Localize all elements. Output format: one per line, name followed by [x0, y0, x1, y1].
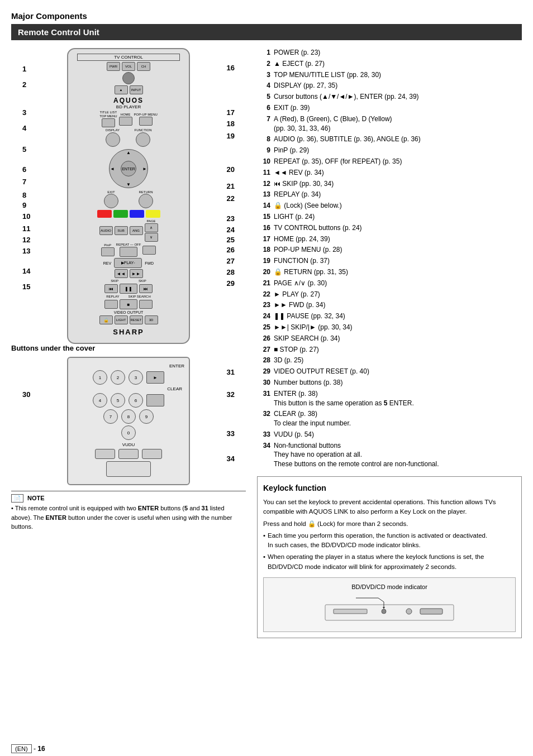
list-item: 11◄◄ REV (p. 34)	[257, 168, 522, 178]
page-up-btn[interactable]: ∧	[145, 223, 158, 232]
label-33: 33	[227, 429, 235, 438]
page-header: Major Components	[11, 11, 522, 21]
3d-btn[interactable]: 3D	[145, 315, 158, 324]
audio-btn[interactable]: AUDIO	[99, 226, 113, 235]
label-15: 15	[22, 283, 30, 291]
return-btn[interactable]	[139, 194, 153, 208]
popup-menu-btn[interactable]	[139, 117, 153, 126]
page-number: (EN) - 16	[11, 745, 45, 753]
list-item: 22► PLAY (p. 27)	[257, 290, 522, 299]
num-8-btn[interactable]: 8	[121, 409, 136, 424]
keylock-bullet-1: • Each time you perform this operation, …	[263, 531, 516, 551]
num-0-btn[interactable]: 0	[121, 425, 136, 440]
home-label: HOME	[121, 113, 131, 116]
label-23: 23	[227, 214, 235, 223]
label-12: 12	[22, 236, 30, 244]
power-main-btn[interactable]	[122, 72, 135, 84]
list-item: 7A (Red), B (Green), C (Blue), D (Yellow…	[257, 114, 522, 133]
clear-label: CLEAR	[73, 386, 184, 391]
rev-btn[interactable]: ◄◄	[115, 269, 128, 278]
lock-btn[interactable]: 🔒	[99, 315, 113, 324]
keylock-desc: You can set the keylock to prevent accid…	[263, 497, 516, 517]
list-item: 283D (p. 25)	[257, 356, 522, 365]
display-btn[interactable]	[106, 132, 120, 147]
note-text: • This remote control unit is equipped w…	[11, 504, 246, 532]
label-30: 30	[22, 390, 30, 399]
b-green-btn[interactable]	[113, 210, 128, 218]
clear-btn[interactable]	[146, 394, 164, 406]
fwd-btn[interactable]: ►►	[130, 269, 143, 278]
under-cover-title: Buttons under the cover	[11, 344, 246, 352]
svg-point-3	[406, 609, 412, 614]
list-item: 3TOP MENU/TITLE LIST (pp. 28, 30)	[257, 70, 522, 80]
label-7: 7	[22, 178, 26, 186]
home-btn[interactable]	[119, 117, 132, 126]
label-32: 32	[227, 390, 235, 399]
label-16: 16	[227, 64, 235, 72]
title-list-label: TITLE LIST	[100, 111, 117, 114]
c-blue-btn[interactable]	[130, 210, 144, 218]
cover-diagram: ENTER 1 2 3 ► CLEAR 4 5 6	[67, 357, 190, 485]
replay-btn[interactable]	[104, 300, 118, 309]
list-item: 32CLEAR (p. 38)To clear the input number…	[257, 409, 522, 428]
stop-btn[interactable]: ■	[120, 299, 137, 309]
video-output-btn[interactable]: RESET	[130, 315, 143, 324]
num-2-btn[interactable]: 2	[111, 370, 125, 385]
power-btn[interactable]: PWR	[107, 62, 120, 71]
repeat-btn[interactable]	[120, 247, 137, 257]
list-item: 27■ STOP (p. 27)	[257, 345, 522, 355]
page-dn-btn[interactable]: ∨	[145, 233, 158, 242]
num-6-btn[interactable]: 6	[129, 393, 143, 408]
function-btn[interactable]	[136, 132, 150, 147]
label-2: 2	[22, 80, 26, 89]
num-9-btn[interactable]: 9	[139, 409, 154, 424]
list-item: 2▲ EJECT (p. 27)	[257, 59, 522, 69]
play-btn[interactable]: ▶PLAY◦	[114, 258, 142, 268]
skip-back-btn[interactable]: ⏮	[104, 284, 118, 293]
svg-line-7	[378, 598, 384, 602]
list-item: 24❚❚ PAUSE (pp. 32, 34)	[257, 312, 522, 321]
enter-cover-btn[interactable]: ►	[146, 371, 164, 384]
num-5-btn[interactable]: 5	[111, 393, 125, 408]
remote-diagram: 1 2 3 4 5 6 7 8 9 10 11 12 13 14 15 TV C…	[22, 48, 235, 338]
tv-control-label: TV CONTROL	[77, 54, 180, 61]
bd-player-label: BD PLAYER	[72, 104, 185, 109]
vol-btn[interactable]: VOL	[122, 62, 135, 71]
list-item: 33VUDU (p. 54)	[257, 430, 522, 439]
a-red-btn[interactable]	[97, 210, 112, 218]
skip-search-btn[interactable]	[139, 300, 153, 309]
video-output-label: VIDEO OUTPUT	[72, 310, 185, 314]
pause-btn[interactable]: ❚❚	[120, 284, 137, 294]
label-8: 8	[22, 191, 26, 199]
ch-btn[interactable]: CH	[137, 62, 150, 71]
enter-btn[interactable]: ENTER	[121, 161, 136, 176]
angle-btn[interactable]: ANG	[130, 226, 143, 235]
non-func-btn-1	[95, 449, 115, 459]
num-4-btn[interactable]: 4	[93, 393, 107, 408]
off-btn[interactable]	[142, 246, 156, 255]
list-item: 29VIDEO OUTPUT RESET (p. 40)	[257, 367, 522, 376]
num-7-btn[interactable]: 7	[103, 409, 118, 424]
bd-indicator-label: BD/DVD/CD mode indicator	[268, 582, 511, 592]
svg-rect-4	[420, 609, 442, 614]
list-item: 9PinP (p. 29)	[257, 146, 522, 155]
skip-fwd-btn[interactable]: ⏭	[139, 284, 153, 293]
non-func-large-btn	[106, 461, 151, 477]
d-yellow-btn[interactable]	[146, 210, 160, 218]
list-item: 25►►| SKIP/|► (pp. 30, 34)	[257, 323, 522, 332]
enter-cover-label: ENTER	[73, 363, 184, 369]
eject-btn[interactable]: ▲	[115, 85, 128, 94]
subtitle-btn[interactable]: SUB	[115, 226, 128, 235]
input-btn[interactable]: INPUT	[130, 85, 143, 94]
label-24: 24	[227, 226, 235, 234]
light-btn[interactable]: LIGHT	[115, 315, 128, 324]
title-list-btn[interactable]	[102, 118, 115, 127]
svg-point-2	[382, 609, 386, 614]
num-1-btn[interactable]: 1	[93, 370, 107, 385]
label-34: 34	[227, 454, 235, 463]
label-26: 26	[227, 246, 235, 254]
num-3-btn[interactable]: 3	[129, 370, 143, 385]
pinp-btn[interactable]	[101, 247, 115, 256]
note-section: 📄 NOTE • This remote control unit is equ…	[11, 491, 246, 532]
exit-btn[interactable]	[104, 194, 118, 208]
